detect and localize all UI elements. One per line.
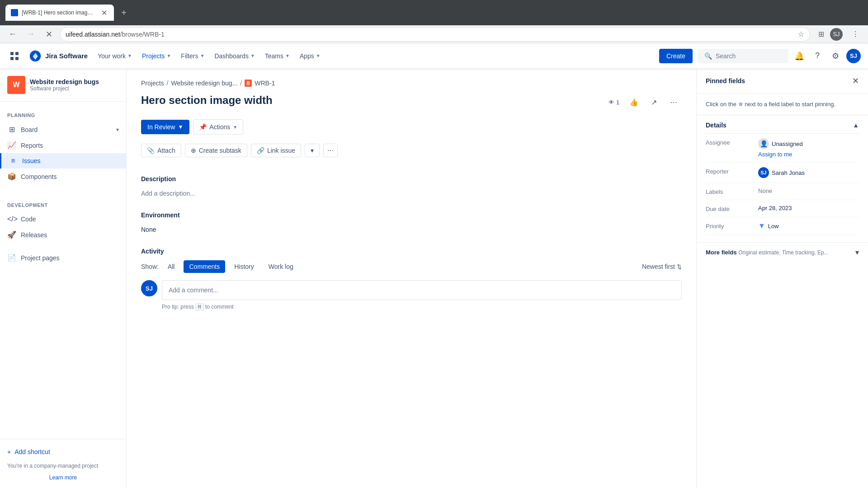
like-button[interactable]: 👍 (626, 94, 642, 110)
pinned-fields-close-button[interactable]: ✕ (852, 76, 859, 86)
app: Jira Software Your work ▼ Projects ▼ Fil… (0, 43, 868, 488)
more-options-button[interactable]: ⋯ (665, 94, 682, 110)
browser-tab[interactable]: [WRB-1] Hero section image wid ✕ (5, 5, 114, 21)
sidebar-item-components[interactable]: 📦 Components (0, 169, 126, 184)
details-header[interactable]: Details ▲ (706, 115, 859, 134)
nav-your-work[interactable]: Your work ▼ (93, 50, 137, 62)
tab-favicon (11, 9, 18, 16)
jira-logo-icon (29, 50, 42, 62)
nav-apps[interactable]: Apps ▼ (295, 50, 325, 62)
status-button[interactable]: In Review ▼ (141, 120, 189, 134)
commenter-avatar: SJ (141, 280, 157, 296)
more-fields[interactable]: More fields Original estimate, Time trac… (697, 242, 868, 262)
assignee-value: 👤 Unassigned Assign to me (758, 138, 859, 158)
help-icon[interactable]: ? (810, 49, 825, 63)
nav-projects-arrow: ▼ (166, 53, 171, 58)
sidebar-item-board[interactable]: ⊞ Board ▾ (0, 122, 126, 137)
activity-section: Activity Show: All Comments History Work… (141, 248, 682, 310)
reload-button[interactable]: ✕ (42, 27, 56, 42)
issue-title: Hero section image width (141, 94, 606, 107)
jira-logo-text: Jira Software (45, 52, 88, 60)
menu-icon[interactable]: ⋮ (848, 27, 863, 42)
activity-sort[interactable]: Newest first ⇅ (642, 263, 682, 270)
breadcrumb-project-name[interactable]: Website redesign bug... (171, 80, 237, 87)
due-date-value[interactable]: Apr 28, 2023 (758, 205, 859, 211)
search-box[interactable]: 🔍 Search (698, 49, 788, 63)
sidebar-project[interactable]: W Website redesign bugs Software project (0, 69, 126, 102)
priority-value[interactable]: ▼ Low (758, 222, 859, 230)
labels-value[interactable]: None (758, 188, 859, 194)
attach-button[interactable]: 📎 Attach (141, 144, 181, 157)
share-button[interactable]: ↗ (646, 94, 662, 110)
jira-logo[interactable]: Jira Software (29, 50, 88, 62)
sidebar-item-reports[interactable]: 📈 Reports (0, 137, 126, 153)
project-type: Software project (30, 85, 119, 92)
issue-toolbar: 📎 Attach ⊕ Create subtask 🔗 Link issue ▾… (141, 144, 682, 164)
address-bar[interactable]: uifeed.atlassian.net/browse/WRB-1 ☆ (60, 27, 810, 42)
reporter-value: SJ Sarah Jonas (758, 167, 859, 178)
link-issue-button[interactable]: 🔗 Link issue (251, 144, 301, 157)
more-fields-chevron-icon: ▾ (855, 248, 859, 257)
more-fields-label: More fields (706, 249, 737, 256)
board-icon: ⊞ (7, 125, 16, 134)
browser-chrome: [WRB-1] Hero section image wid ✕ + (0, 0, 868, 25)
detail-row-due-date: Due date Apr 28, 2023 (706, 200, 859, 217)
profile-icon[interactable]: SJ (830, 28, 843, 41)
environment-value: None (141, 222, 682, 237)
issue-header-actions: 👁 1 👍 ↗ ⋯ (606, 94, 682, 110)
activity-tab-comments[interactable]: Comments (184, 260, 225, 273)
toolbar-more-button[interactable]: ⋯ (323, 144, 338, 157)
nav-dashboards-arrow: ▼ (250, 53, 255, 58)
description-placeholder[interactable]: Add a description... (141, 186, 682, 201)
link-issue-label: Link issue (267, 147, 295, 154)
description-label: Description (141, 175, 682, 183)
issue-header: Hero section image width 👁 1 👍 ↗ ⋯ (141, 94, 682, 110)
actions-dropdown[interactable]: 📌 Actions ▼ (193, 119, 243, 135)
add-shortcut-btn[interactable]: + Add shortcut (7, 445, 119, 459)
sidebar-item-issues[interactable]: ≡ Issues (0, 153, 126, 169)
back-button[interactable]: ← (5, 27, 20, 42)
breadcrumb-projects[interactable]: Projects (141, 80, 164, 87)
new-tab-button[interactable]: + (118, 6, 130, 19)
activity-tab-worklog[interactable]: Work log (263, 260, 299, 273)
extension-icon[interactable]: ⊞ (814, 27, 828, 42)
learn-more-link[interactable]: Learn more (7, 473, 119, 483)
create-subtask-button[interactable]: ⊕ Create subtask (185, 144, 247, 157)
toolbar-dropdown-button[interactable]: ▾ (305, 144, 320, 157)
forward-button[interactable]: → (24, 27, 38, 42)
notifications-icon[interactable]: 🔔 (792, 49, 807, 63)
sidebar-item-project-pages[interactable]: 📄 Project pages (0, 250, 126, 266)
status-chevron-icon: ▼ (178, 124, 183, 130)
assign-me-link[interactable]: Assign to me (758, 151, 792, 158)
actions-label: Actions (209, 123, 230, 131)
create-button[interactable]: Create (659, 49, 693, 63)
content-area: Projects / Website redesign bug... / B W… (127, 69, 696, 488)
breadcrumb-issue-id[interactable]: WRB-1 (255, 80, 275, 87)
pinned-fields-title: Pinned fields (706, 77, 745, 84)
board-chevron-icon: ▾ (116, 127, 119, 133)
comment-input-area: SJ Add a comment... (141, 280, 682, 300)
tab-close-icon[interactable]: ✕ (99, 8, 108, 17)
sidebar-item-releases[interactable]: 🚀 Releases (0, 227, 126, 243)
watch-button[interactable]: 👁 1 (606, 94, 622, 110)
labels-label: Labels (706, 188, 751, 195)
apps-grid-icon[interactable] (7, 49, 22, 63)
components-icon: 📦 (7, 172, 16, 181)
comment-input[interactable]: Add a comment... (162, 280, 682, 300)
sidebar: W Website redesign bugs Software project… (0, 69, 127, 488)
nav-filters[interactable]: Filters ▼ (176, 50, 209, 62)
top-nav: Jira Software Your work ▼ Projects ▼ Fil… (0, 43, 868, 69)
nav-teams[interactable]: Teams ▼ (260, 50, 294, 62)
nav-dashboards[interactable]: Dashboards ▼ (210, 50, 259, 62)
star-icon[interactable]: ☆ (798, 30, 804, 38)
activity-tab-all[interactable]: All (162, 260, 180, 273)
breadcrumb-sep-2: / (240, 80, 242, 87)
settings-icon[interactable]: ⚙ (828, 49, 843, 63)
user-avatar[interactable]: SJ (846, 49, 861, 63)
activity-controls: Show: All Comments History Work log Newe… (141, 260, 682, 273)
breadcrumb: Projects / Website redesign bug... / B W… (141, 80, 682, 87)
sidebar-item-code[interactable]: </> Code (0, 211, 126, 227)
nav-projects[interactable]: Projects ▼ (137, 50, 175, 62)
detail-row-labels: Labels None (706, 183, 859, 200)
activity-tab-history[interactable]: History (229, 260, 259, 273)
